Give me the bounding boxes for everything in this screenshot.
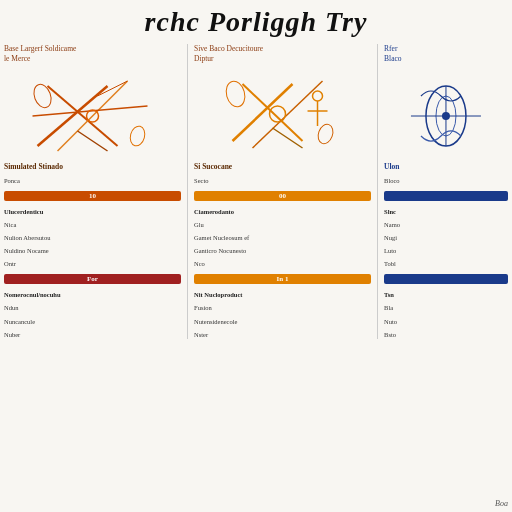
svg-point-23 xyxy=(442,112,450,120)
col3-detail1b: Namo xyxy=(384,220,508,229)
col3-section1-sub: Bloco xyxy=(384,176,508,185)
col2-detail1b: Glu xyxy=(194,220,371,229)
svg-point-6 xyxy=(128,125,147,148)
col1-subtitle: Base Largerf Soldicame le Merce xyxy=(4,44,181,72)
corner-label: Boa xyxy=(495,499,508,508)
col2-bar1: 00 xyxy=(194,191,371,201)
col1-section1-label: Simulated Stinado xyxy=(4,162,181,172)
col1-detail2c: Nuncancule xyxy=(4,317,181,326)
svg-line-1 xyxy=(48,86,118,146)
col3-detail1a: Slnc xyxy=(384,207,508,216)
col1-detail2b: Ndun xyxy=(4,303,181,312)
column-3: Rfer Blaco Ulon Bloco xyxy=(384,44,508,339)
col1-detail1e: Ontr xyxy=(4,259,181,268)
col3-detail2d: Bsto xyxy=(384,330,508,339)
col1-section1-sub: Ponca xyxy=(4,176,181,185)
col2-detail1d: Ganticro Nocunesto xyxy=(194,246,371,255)
col2-detail2d: Nster xyxy=(194,330,371,339)
col3-subtitle: Rfer Blaco xyxy=(384,44,508,72)
col1-detail2d: Nuber xyxy=(4,330,181,339)
column-1: Base Largerf Soldicame le Merce xyxy=(4,44,181,339)
page: rchc Porliggh Try Base Largerf Soldicame… xyxy=(0,0,512,512)
col2-detail2c: Nutensidenecole xyxy=(194,317,371,326)
col3-detail1e: Tobl xyxy=(384,259,508,268)
col1-detail2a: Nomerocnul/nocuhu xyxy=(4,290,181,299)
col3-detail2b: Bla xyxy=(384,303,508,312)
col2-illustration xyxy=(194,76,371,156)
col3-bar2 xyxy=(384,274,508,284)
col3-detail2a: Tsn xyxy=(384,290,508,299)
col2-bar2: In 1 xyxy=(194,274,371,284)
col2-detail1e: Nco xyxy=(194,259,371,268)
col1-bar2: For xyxy=(4,274,181,284)
col3-detail1d: Luto xyxy=(384,246,508,255)
col2-section1-sub: Secto xyxy=(194,176,371,185)
col3-detail1c: Nugi xyxy=(384,233,508,242)
col1-bar1: 10 xyxy=(4,191,181,201)
columns-container: Base Largerf Soldicame le Merce xyxy=(0,40,512,343)
col2-detail2a: Nit Nucloproduct xyxy=(194,290,371,299)
col3-detail2c: Nuto xyxy=(384,317,508,326)
svg-point-16 xyxy=(313,91,323,101)
separator-2 xyxy=(377,44,378,339)
col2-detail1a: Ciamerodanto xyxy=(194,207,371,216)
col3-illustration xyxy=(384,76,508,156)
page-title: rchc Porliggh Try xyxy=(0,0,512,40)
svg-point-12 xyxy=(270,106,286,122)
col2-section1-label: Si Sucocane xyxy=(194,162,371,172)
svg-line-8 xyxy=(98,81,128,96)
col2-detail2b: Fusion xyxy=(194,303,371,312)
svg-point-5 xyxy=(31,82,54,110)
svg-point-14 xyxy=(316,122,336,146)
separator-1 xyxy=(187,44,188,339)
col1-detail1a: Ulucerdenticu xyxy=(4,207,181,216)
svg-point-13 xyxy=(223,79,247,109)
col1-detail1b: Nica xyxy=(4,220,181,229)
col2-subtitle: Sive Baco Decucitoure Diptur xyxy=(194,44,371,72)
svg-line-9 xyxy=(233,84,293,141)
col3-section1-label: Ulon xyxy=(384,162,508,172)
svg-line-10 xyxy=(243,84,303,141)
col2-detail1c: Gamet Nucleosum ef xyxy=(194,233,371,242)
col1-detail1d: Nuldino Nocame xyxy=(4,246,181,255)
col3-bar1 xyxy=(384,191,508,201)
column-2: Sive Baco Decucitoure Diptur xyxy=(194,44,371,339)
col1-detail1c: Nulion Abersutou xyxy=(4,233,181,242)
col1-illustration xyxy=(4,76,181,156)
